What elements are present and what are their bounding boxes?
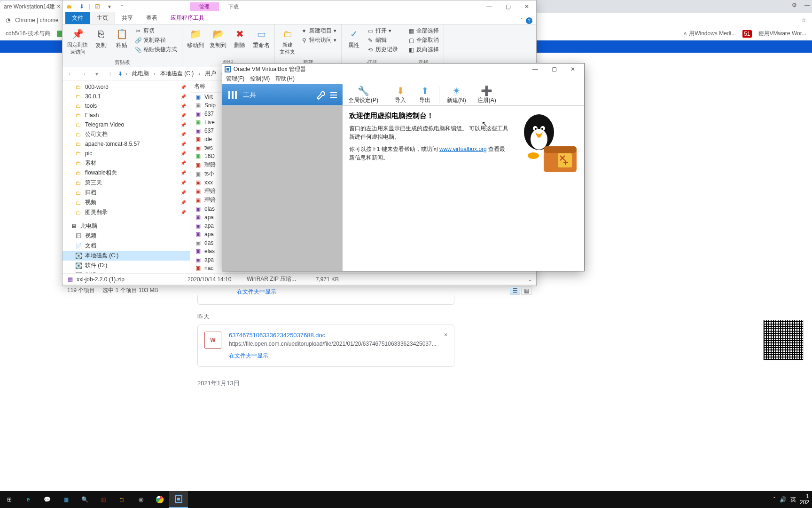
newitem-button[interactable]: ✦新建项目 ▾: [299, 26, 338, 35]
crumb[interactable]: 用户: [203, 70, 218, 78]
paste-shortcut-button[interactable]: 📎粘贴快捷方式: [133, 45, 179, 54]
taskbar-obs[interactable]: ◎: [132, 491, 150, 508]
menu-manage[interactable]: 管理(F): [226, 75, 244, 84]
maximize-button[interactable]: ▢: [545, 64, 563, 75]
tab-share[interactable]: 共享: [115, 12, 140, 24]
open-button[interactable]: ▭打开 ▾: [365, 26, 400, 35]
taskbar-chrome[interactable]: [150, 491, 169, 508]
close-icon[interactable]: ×: [444, 332, 447, 360]
taskbar-explorer[interactable]: 🗀: [113, 491, 132, 508]
back-button[interactable]: ←: [65, 69, 76, 79]
export-button[interactable]: ⬆导出: [413, 84, 437, 105]
show-in-folder-link[interactable]: 在文件夹中显示: [229, 352, 437, 360]
invert-selection-button[interactable]: ◧反向选择: [406, 45, 441, 54]
chrome-tab[interactable]: are Workstation14建×: [0, 1, 68, 13]
import-button[interactable]: ⬇导入: [388, 84, 413, 105]
tab-app-tools[interactable]: 应用程序工具: [164, 12, 211, 24]
folder-icon[interactable]: 🖿: [64, 1, 75, 12]
copyto-button[interactable]: 📂复制到: [208, 26, 228, 50]
tree-item[interactable]: 🗀图灵翻录📌: [62, 207, 190, 217]
moveto-button[interactable]: 📁移动到: [185, 26, 206, 50]
pin-button[interactable]: 📌固定到快 速访问: [65, 26, 90, 56]
vbox-link[interactable]: www.virtualbox.org: [439, 146, 487, 152]
tree-item[interactable]: 🎞视频: [62, 231, 190, 241]
bookmark[interactable]: 使用VMware Wor...: [758, 30, 806, 38]
overflow-icon[interactable]: ⁼: [117, 1, 127, 12]
file-row[interactable]: ▣剑指: [190, 272, 536, 273]
tree-item[interactable]: 🗀000-word📌: [62, 82, 190, 92]
minimize-button[interactable]: —: [480, 1, 499, 12]
select-all-button[interactable]: ▦全部选择: [406, 26, 441, 35]
start-button[interactable]: ⊞: [0, 491, 19, 508]
tree-item[interactable]: 🗀apache-tomcat-8.5.57📌: [62, 139, 190, 149]
download-filename[interactable]: 637467510633362342503768​8.doc: [229, 332, 437, 339]
tab-home[interactable]: 主页: [90, 12, 115, 24]
chevron-up-icon[interactable]: ˄: [520, 17, 523, 24]
scrollbar-down-icon[interactable]: ⌄: [528, 276, 532, 283]
wrench-icon[interactable]: [315, 90, 325, 100]
recent-button[interactable]: ▾: [92, 69, 102, 79]
system-tray[interactable]: ˄ 🔊 英 1 202: [773, 493, 812, 506]
star-icon[interactable]: ☆: [801, 17, 806, 24]
list-icon[interactable]: [328, 90, 338, 100]
minimize-icon[interactable]: —: [804, 2, 810, 8]
menu-help[interactable]: 帮助(H): [275, 75, 295, 84]
rename-button[interactable]: ▭重命名: [251, 26, 272, 50]
tree-item[interactable]: 🗀tools📌: [62, 101, 190, 111]
check-icon[interactable]: ☑: [92, 1, 102, 12]
volume-icon[interactable]: 🔊: [780, 496, 787, 503]
up-button[interactable]: ↑: [105, 69, 115, 79]
tree-item[interactable]: 🗀归档📌: [62, 188, 190, 198]
minimize-button[interactable]: —: [526, 64, 545, 75]
new-button[interactable]: ✴新建(N): [441, 84, 472, 105]
view-details-button[interactable]: ☰: [510, 286, 520, 295]
file-row[interactable]: ▦ xxl-job-2.2.0 (1).zip 2020/10/14 14:10…: [62, 273, 536, 285]
tree-item[interactable]: 🗀公司文档📌: [62, 129, 190, 139]
vbox-titlebar[interactable]: Oracle VM VirtualBox 管理器 — ▢ ✕: [222, 64, 584, 75]
taskbar-app[interactable]: ▦: [56, 491, 75, 508]
tree-item[interactable]: 💽本地磁盘 (C:): [62, 251, 190, 261]
tree-item[interactable]: 💽影视 (F:): [62, 270, 190, 273]
tree-item[interactable]: 🗀flowable相关📌: [62, 168, 190, 178]
properties-button[interactable]: ✓属性: [344, 26, 363, 50]
copy-button[interactable]: ⎘复制: [92, 26, 110, 50]
tools-selector[interactable]: 工具: [222, 84, 343, 105]
forward-button[interactable]: →: [78, 69, 89, 79]
tree-item[interactable]: 🗀pic📌: [62, 149, 190, 158]
settings-dot-icon[interactable]: ⚙: [792, 2, 797, 8]
tree-item[interactable]: 📄文档: [62, 241, 190, 251]
nav-tree[interactable]: 🗀000-word📌🗀30.0.1📌🗀tools📌🗀Flash📌🗀Telegra…: [62, 80, 190, 273]
tree-item[interactable]: 🗀30.0.1📌: [62, 92, 190, 101]
easyaccess-button[interactable]: ⚲轻松访问 ▾: [299, 36, 338, 45]
bookmark[interactable]: ∧ 用Windows Medi...: [683, 30, 736, 38]
register-button[interactable]: ➕注册(A): [472, 84, 502, 105]
explorer-titlebar[interactable]: 🖿 ⬇ | ☑ ▾ ⁼ 管理 下载 — ▢ ✕: [62, 0, 536, 13]
tree-item[interactable]: 💽软件 (D:): [62, 261, 190, 270]
close-button[interactable]: ✕: [563, 64, 582, 75]
tab-view[interactable]: 查看: [140, 12, 164, 24]
tree-item[interactable]: 🗀视频📌: [62, 198, 190, 207]
maximize-button[interactable]: ▢: [499, 1, 517, 12]
newfolder-button[interactable]: 🗀新建 文件夹: [278, 26, 297, 56]
crumb[interactable]: 本地磁盘 (C:): [158, 70, 195, 78]
taskbar-virtualbox[interactable]: [169, 491, 188, 508]
close-button[interactable]: ✕: [517, 1, 536, 12]
menu-control[interactable]: 控制(M): [250, 75, 270, 84]
taskbar-wechat[interactable]: 💬: [38, 491, 56, 508]
tree-item[interactable]: 🗀Flash📌: [62, 111, 190, 120]
copypath-button[interactable]: 🔗复制路径: [133, 36, 179, 45]
crumb[interactable]: 此电脑: [130, 70, 151, 78]
tree-item[interactable]: 🗀Telegram Video📌: [62, 120, 190, 129]
history-button[interactable]: ⟲历史记录: [365, 45, 400, 54]
vm-list[interactable]: [222, 106, 343, 271]
select-none-button[interactable]: ▢全部取消: [406, 36, 441, 45]
tree-item[interactable]: 🗀素材📌: [62, 158, 190, 168]
down-arrow-icon[interactable]: ⬇: [77, 1, 87, 12]
address-text[interactable]: Chrome | chrome: [15, 17, 58, 24]
paste-button[interactable]: 📋粘贴: [112, 26, 131, 50]
taskbar-app[interactable]: ▥: [94, 491, 113, 508]
delete-button[interactable]: ✖删除: [230, 26, 249, 50]
tray-up-icon[interactable]: ˄: [773, 496, 776, 503]
tab-file[interactable]: 文件: [65, 12, 90, 24]
tree-item[interactable]: 🗀第三天📌: [62, 178, 190, 188]
